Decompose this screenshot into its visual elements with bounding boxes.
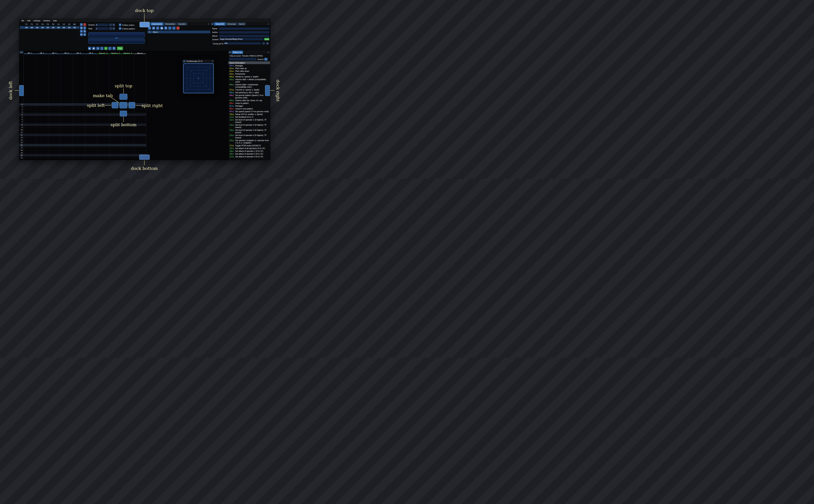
pattern-cell[interactable]: ... .. .. ... — [73, 152, 85, 154]
tab-song-info[interactable]: Song Info — [214, 22, 226, 26]
order-value[interactable]: 00 — [50, 27, 56, 29]
octave-input[interactable]: 3 — [95, 24, 109, 26]
pattern-cell[interactable]: ... .. .. ... — [24, 157, 36, 159]
pattern-cell[interactable]: ... .. .. ... — [109, 157, 122, 159]
pattern-cell[interactable]: ... .. .. ... — [97, 154, 109, 156]
pattern-cell[interactable]: ... .. .. ... — [60, 116, 73, 118]
pattern-cell[interactable]: ... .. .. ... — [24, 152, 36, 154]
pattern-cell[interactable]: ... .. .. ... — [60, 132, 73, 133]
pattern-cell[interactable]: ... .. .. ... — [85, 116, 97, 118]
pattern-cell[interactable]: ... .. .. ... — [36, 142, 48, 143]
pattern-cell[interactable]: ... .. .. ... — [73, 137, 85, 138]
pattern-cell[interactable]: ... .. .. ... — [122, 149, 134, 151]
pattern-cell[interactable]: ... .. .. ... — [36, 129, 48, 131]
remove-order-button[interactable]: − — [83, 23, 86, 26]
order-value[interactable]: 00 — [61, 27, 67, 29]
channel-header-noise[interactable]: Noise — [134, 51, 146, 54]
dock-bottom-target[interactable] — [139, 155, 150, 160]
pattern-cell[interactable]: ... .. .. ... — [109, 129, 122, 131]
pattern-cell[interactable]: ... .. .. ... — [36, 124, 48, 126]
pattern-cell[interactable]: ... .. .. ... — [85, 157, 97, 159]
split-left-target[interactable] — [112, 102, 118, 108]
tab-effect-list[interactable]: Effect List — [232, 51, 243, 54]
play-pattern-button[interactable]: ◉ — [92, 47, 95, 50]
input-pad-lower-row[interactable] — [88, 38, 145, 44]
pattern-cell[interactable]: ... .. .. ... — [60, 129, 73, 131]
pattern-cell[interactable]: ... .. .. ... — [60, 152, 73, 154]
follow-pattern-checkbox[interactable]: ✓ — [119, 27, 121, 30]
pattern-cell[interactable]: ... .. .. ... — [73, 154, 85, 156]
pattern-cell[interactable]: ... .. .. ... — [134, 109, 146, 110]
tab-samples[interactable]: Samples — [177, 22, 187, 26]
pattern-cell[interactable]: ... .. .. ... — [109, 137, 122, 138]
pattern-cell[interactable]: ... .. .. ... — [24, 134, 36, 136]
pattern-cell[interactable]: ... .. .. ... — [73, 106, 85, 108]
order-value[interactable]: 00 — [56, 27, 61, 29]
split-bottom-target[interactable] — [120, 111, 127, 116]
pattern-cell[interactable]: ... .. .. ... — [97, 132, 109, 133]
duplicate-order-button[interactable]: ⊞ — [80, 27, 83, 29]
pattern-cell[interactable]: ... .. .. ... — [24, 139, 36, 141]
chevron-down-icon[interactable]: ▼ — [183, 60, 186, 62]
tab-wavetables[interactable]: Wavetables — [164, 22, 177, 26]
pattern-cell[interactable]: ... .. .. ... — [48, 137, 60, 138]
pattern-cell[interactable]: ... .. .. ... — [73, 124, 85, 126]
pattern-cell[interactable]: ... .. .. ... — [24, 137, 36, 138]
pattern-cell[interactable]: ... .. .. ... — [85, 124, 97, 126]
duplicate-order-end-button[interactable]: ⇊ — [83, 30, 86, 33]
pattern-cell[interactable]: ... .. .. ... — [122, 154, 134, 156]
pattern-cell[interactable]: ... .. .. ... — [85, 144, 97, 146]
instrument-dir-view-button[interactable]: ⇅ — [164, 27, 167, 30]
follow-orders-checkbox[interactable]: ✓ — [119, 24, 121, 26]
pattern-cell[interactable]: ... .. .. ... — [97, 109, 109, 110]
input-name[interactable] — [219, 27, 269, 30]
pattern-cell[interactable]: ... .. .. ... — [109, 147, 122, 148]
pattern-cell[interactable]: ... .. .. ... — [48, 104, 60, 105]
tab-speed[interactable]: Speed — [237, 22, 246, 26]
pattern-cell[interactable]: ... .. .. ... — [85, 132, 97, 133]
menu-window[interactable]: window — [43, 20, 50, 22]
orders-row-0[interactable]: 00000000000000000000 — [20, 26, 79, 29]
pattern-cell[interactable]: ... .. .. ... — [109, 142, 122, 143]
pattern-cell[interactable]: ... .. .. ... — [73, 144, 85, 146]
pattern-cell[interactable]: ... .. .. ... — [24, 121, 36, 123]
menu-help[interactable]: help — [53, 20, 57, 22]
metronome-button[interactable]: ♩ — [108, 47, 111, 50]
pattern-cell[interactable]: ... .. .. ... — [122, 116, 134, 118]
poly-button[interactable]: Poly — [117, 47, 123, 50]
tuning-plus-button[interactable]: + — [266, 42, 268, 45]
pattern-cell[interactable]: ... .. .. ... — [48, 116, 60, 118]
pattern-cell[interactable]: ... .. .. ... — [85, 152, 97, 154]
pattern-cell[interactable]: ... .. .. ... — [134, 147, 146, 148]
channel-header-square-2[interactable]: Square 2 — [109, 51, 122, 54]
pattern-cell[interactable]: ... .. .. ... — [85, 137, 97, 138]
channel-header-square-1[interactable]: Square 1 — [97, 51, 109, 54]
pattern-cell[interactable]: ... .. .. ... — [48, 114, 60, 116]
pattern-cell[interactable]: ... .. .. ... — [73, 132, 85, 133]
menu-file[interactable]: file — [22, 20, 24, 22]
pattern-cell[interactable]: ... .. .. ... — [109, 154, 122, 156]
tuning-minus-button[interactable]: - — [262, 42, 265, 45]
step-minus-button[interactable]: - — [109, 27, 112, 30]
pattern-cell[interactable]: ... .. .. ... — [134, 137, 146, 138]
dock-right-target[interactable] — [265, 85, 270, 96]
pattern-cell[interactable]: ... .. .. ... — [73, 149, 85, 151]
step-plus-button[interactable]: + — [112, 27, 115, 30]
input-author[interactable] — [219, 31, 269, 34]
split-top-target[interactable] — [119, 94, 127, 100]
pattern-cell[interactable]: ... .. .. ... — [85, 121, 97, 123]
pattern-cell[interactable]: ... .. .. ... — [85, 119, 97, 120]
pattern-cell[interactable]: ... .. .. ... — [73, 139, 85, 141]
pattern-cell[interactable]: ... .. .. ... — [73, 147, 85, 148]
pattern-cell[interactable]: ... .. .. ... — [97, 119, 109, 120]
pattern-cell[interactable]: ... .. .. ... — [60, 147, 73, 148]
chevron-down-icon[interactable]: ▼ — [228, 51, 231, 54]
pattern-cell[interactable]: ... .. .. ... — [60, 119, 73, 120]
pattern-cell[interactable]: ... .. .. ... — [24, 154, 36, 156]
order-value[interactable]: 00 — [24, 27, 29, 29]
channel-header-fm-3[interactable]: FM 3 — [48, 51, 60, 54]
pattern-cell[interactable]: ... .. .. ... — [24, 106, 36, 108]
delete-instrument-button[interactable]: × — [176, 27, 179, 30]
pattern-cell[interactable]: ... .. .. ... — [109, 144, 122, 146]
menu-settings[interactable]: settings — [33, 20, 40, 22]
